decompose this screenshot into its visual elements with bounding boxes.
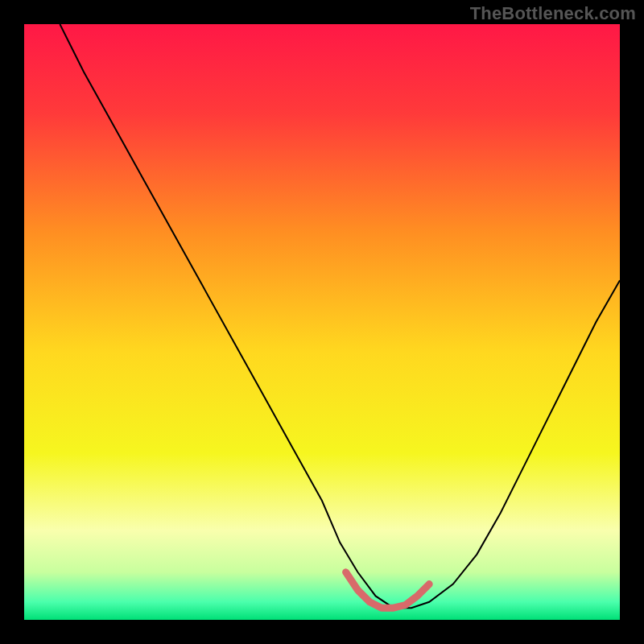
plot-area <box>24 24 620 620</box>
watermark-text: TheBottleneck.com <box>470 3 636 24</box>
gradient-background <box>24 24 620 620</box>
chart-svg <box>24 24 620 620</box>
chart-frame: TheBottleneck.com <box>0 0 644 644</box>
